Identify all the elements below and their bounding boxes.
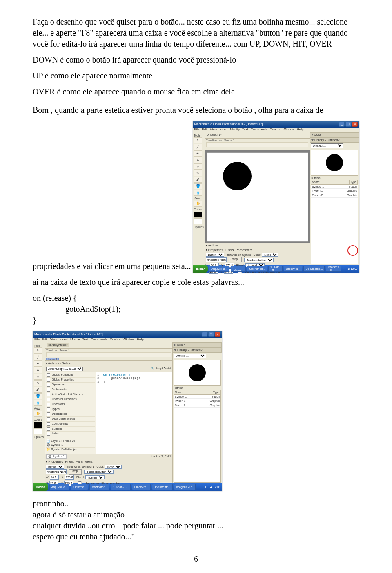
as-group[interactable]: Screens <box>46 427 95 432</box>
actions-toolbox[interactable]: Global Functions Global Properties Opera… <box>45 372 96 454</box>
start-button[interactable]: Iniciar <box>193 265 208 273</box>
menu-item[interactable]: Control <box>270 128 281 132</box>
timeline-ruler[interactable] <box>206 142 308 147</box>
tray-lang[interactable]: PT <box>205 486 209 489</box>
menu-item[interactable]: View <box>50 338 57 342</box>
menu-item[interactable]: Text <box>242 128 248 132</box>
hand-tool-icon[interactable]: ✋ <box>194 201 202 207</box>
script-assist-button[interactable]: Script Assist <box>156 367 171 370</box>
menu-item[interactable]: Help <box>297 128 303 132</box>
as-group[interactable]: Global Functions <box>46 373 95 378</box>
bucket-tool-icon[interactable]: 🪣 <box>34 393 42 399</box>
menu-item[interactable]: Insert <box>220 128 228 132</box>
blend-select[interactable]: Normal <box>85 475 105 479</box>
swap-button[interactable]: Swap... <box>229 257 242 262</box>
pen-tool-icon[interactable]: ✒ <box>194 150 202 157</box>
symbol-type-select[interactable]: Button <box>206 253 224 257</box>
eyedropper-tool-icon[interactable]: 💧 <box>194 190 202 196</box>
line-tool-icon[interactable]: ╱ <box>194 144 202 150</box>
eyedropper-tool-icon[interactable]: 💧 <box>34 400 42 406</box>
menu-item[interactable]: Text <box>82 338 88 342</box>
task-button[interactable]: Imagens - P... <box>174 484 196 490</box>
as-group[interactable]: Global Properties <box>46 378 95 383</box>
timeline-label[interactable]: Timeline <box>46 349 57 352</box>
selection-tool-icon[interactable]: ↖ <box>34 347 42 354</box>
as-group[interactable]: Types <box>46 407 95 412</box>
stage-area[interactable] <box>205 150 310 243</box>
fill-swatch[interactable] <box>34 428 42 434</box>
script-nav-item[interactable]: 🔘 Symbol 1 <box>46 443 95 448</box>
task-button[interactable]: LimeWire... <box>284 266 302 272</box>
text-tool-icon[interactable]: A <box>34 367 42 373</box>
pen-tool-icon[interactable]: ✒ <box>34 360 42 367</box>
minimize-icon[interactable]: _ <box>339 122 345 127</box>
library-doc-select[interactable]: Untitled-... <box>174 354 206 358</box>
instance-name-input[interactable] <box>46 469 67 474</box>
document-tab[interactable]: Untitled-1* <box>207 133 222 137</box>
x-input[interactable] <box>65 475 74 480</box>
library-doc-select[interactable]: Untitled-... <box>311 143 343 148</box>
filters-tab[interactable]: Filters <box>225 248 234 252</box>
library-item[interactable]: Tween 2Graphic <box>311 193 358 198</box>
close-icon[interactable]: × <box>215 332 220 337</box>
menu-item[interactable]: Commands <box>251 128 267 132</box>
hand-tool-icon[interactable]: ✋ <box>34 411 42 417</box>
timeline-label[interactable]: Timeline <box>206 139 217 142</box>
menu-item[interactable]: Control <box>110 338 120 342</box>
brush-tool-icon[interactable]: 🖌 <box>194 177 202 183</box>
selection-tool-icon[interactable]: ↖ <box>194 137 202 143</box>
menu-item[interactable]: Window <box>123 338 134 342</box>
menu-item[interactable]: File <box>34 338 40 342</box>
menu-item[interactable]: Window <box>283 128 294 132</box>
tray-lang[interactable]: PT <box>343 267 346 271</box>
as-version-select[interactable]: ActionScript 1.0 & 2.0 <box>46 367 83 371</box>
library-item[interactable]: Tween 1Graphic <box>174 399 220 403</box>
task-button[interactable]: ArquivoFla... <box>49 484 69 490</box>
as-group[interactable]: Deprecated <box>46 412 95 417</box>
document-tab[interactable]: caitasymooz* <box>47 343 69 347</box>
fill-swatch[interactable] <box>194 218 202 224</box>
brush-tool-icon[interactable]: 🖌 <box>34 387 42 393</box>
library-list[interactable]: NameType Symbol 1Button Tween 1Graphic T… <box>174 390 221 483</box>
script-tab[interactable]: 🔘 Symbol 1 <box>46 454 67 459</box>
pencil-tool-icon[interactable]: ✎ <box>34 380 42 386</box>
task-button[interactable]: Macromed... <box>247 266 267 272</box>
oval-tool-icon[interactable]: ○ <box>34 374 42 380</box>
track-select[interactable]: Track as button <box>244 258 274 262</box>
properties-tab[interactable]: Properties <box>208 248 223 252</box>
timeline-ruler[interactable] <box>46 352 171 357</box>
bucket-tool-icon[interactable]: 🪣 <box>194 183 202 189</box>
scene-label[interactable]: Scene 1 <box>59 349 70 352</box>
task-button[interactable]: LimeWire... <box>132 484 150 490</box>
actions-collapsed[interactable]: Actions <box>208 244 218 247</box>
color-select[interactable]: None <box>105 465 122 469</box>
parameters-tab[interactable]: Parameters <box>236 248 252 252</box>
menu-item[interactable]: Help <box>137 338 143 342</box>
library-item[interactable]: Tween 2Graphic <box>174 403 220 408</box>
oval-tool-icon[interactable]: ○ <box>194 163 202 170</box>
as-group[interactable]: ActionScript 2.0 Classes <box>46 392 95 397</box>
as-group[interactable]: Operators <box>46 383 95 387</box>
close-icon[interactable]: × <box>352 122 358 127</box>
as-group[interactable]: Index <box>46 432 95 436</box>
properties-tab[interactable]: Properties <box>48 460 63 463</box>
stroke-swatch[interactable] <box>194 212 202 218</box>
task-button[interactable]: 3 Interne... <box>231 266 246 272</box>
script-editor[interactable]: 1 on (release) { 2 gotoAndStop(1); 3 } <box>96 372 172 454</box>
button-drawing[interactable] <box>223 162 252 190</box>
menu-item[interactable]: Insert <box>60 338 68 342</box>
library-item[interactable]: Tween 1Graphic <box>311 189 358 193</box>
as-group[interactable]: Components <box>46 422 95 427</box>
maximize-icon[interactable]: □ <box>208 332 214 337</box>
symbol-type-select[interactable]: Button <box>46 465 64 469</box>
task-button[interactable]: 3 Interne... <box>71 484 88 490</box>
task-button[interactable]: 1. Kom - S... <box>268 266 283 272</box>
script-nav-item[interactable]: 📁 Symbol Definition(s) <box>46 448 95 452</box>
line-tool-icon[interactable]: ╱ <box>34 354 42 360</box>
text-tool-icon[interactable]: A <box>194 157 202 163</box>
menu-item[interactable]: Modify <box>70 338 80 342</box>
color-panel-title[interactable]: Color <box>177 343 185 347</box>
track-select[interactable]: Track as button <box>84 470 114 474</box>
instance-name-input[interactable] <box>206 257 227 262</box>
menu-item[interactable]: Modify <box>230 128 240 132</box>
